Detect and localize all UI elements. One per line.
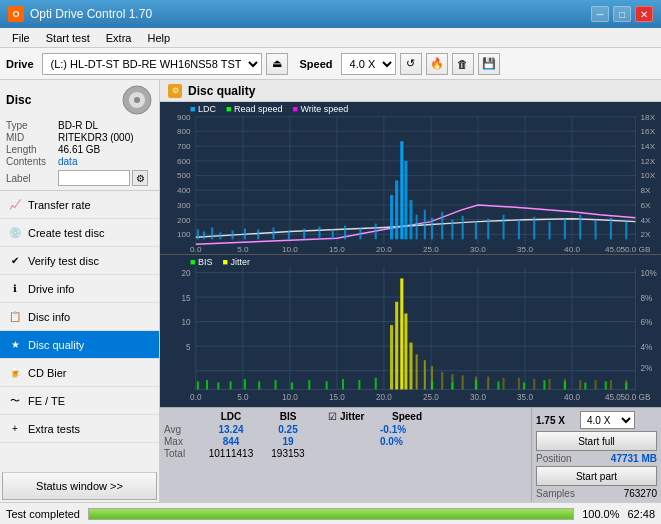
total-label: Total [164, 448, 200, 459]
svg-rect-141 [400, 278, 403, 389]
drive-info-icon: ℹ [8, 282, 22, 296]
sidebar-item-extra-tests-label: Extra tests [28, 423, 80, 435]
erase-button[interactable]: 🗑 [452, 53, 474, 75]
svg-text:10.0: 10.0 [282, 391, 298, 402]
bottom-chart-svg: 20 15 10 5 10% 8% 6% 4% 2% 0.0 5.0 10.0 … [160, 255, 661, 407]
disc-label-input[interactable] [58, 170, 130, 186]
disc-length-value: 46.61 GB [58, 144, 100, 155]
jitter-max: 0.0% [380, 436, 442, 447]
start-full-button[interactable]: Start full [536, 431, 657, 451]
sidebar-item-drive-info[interactable]: ℹ Drive info [0, 275, 159, 303]
speed-dropdown[interactable]: 4.0 X [580, 411, 635, 429]
sidebar-item-disc-info[interactable]: 📋 Disc info [0, 303, 159, 331]
write-speed-legend: ■ Write speed [292, 104, 348, 114]
jitter-header: Jitter [340, 411, 392, 422]
refresh-button[interactable]: ↺ [400, 53, 422, 75]
bis-legend: ■ BIS [190, 257, 212, 267]
menu-start-test[interactable]: Start test [38, 30, 98, 46]
svg-text:6X: 6X [641, 201, 652, 210]
toolbar: Drive (L:) HL-DT-ST BD-RE WH16NS58 TST4 … [0, 48, 661, 80]
svg-text:15.0: 15.0 [329, 391, 345, 402]
speed-label: Speed [300, 58, 333, 70]
main-area: Disc Type BD-R DL MID RITEKDR3 (000) Len… [0, 80, 661, 502]
sidebar-item-verify-test-disc[interactable]: ✔ Verify test disc [0, 247, 159, 275]
disc-quality-icon: ★ [8, 338, 22, 352]
svg-rect-87 [610, 218, 612, 240]
stats-table-left: LDC BIS ☑ Jitter Speed Avg 13.24 0.25 -0… [160, 408, 531, 502]
avg-label: Avg [164, 424, 200, 435]
svg-text:0.0: 0.0 [190, 245, 202, 254]
status-text: Test completed [6, 508, 80, 520]
svg-rect-68 [395, 180, 398, 239]
disc-mid-label: MID [6, 132, 58, 143]
speed-select[interactable]: 4.0 X [341, 53, 396, 75]
svg-rect-131 [258, 381, 260, 389]
drive-label: Drive [6, 58, 34, 70]
disc-contents-label: Contents [6, 156, 58, 167]
svg-rect-75 [441, 212, 443, 239]
close-button[interactable]: ✕ [635, 6, 653, 22]
create-test-disc-icon: 💿 [8, 226, 22, 240]
svg-rect-167 [564, 381, 566, 389]
menu-help[interactable]: Help [139, 30, 178, 46]
svg-rect-154 [533, 379, 535, 390]
minimize-button[interactable]: ─ [591, 6, 609, 22]
svg-text:25.0: 25.0 [423, 245, 439, 254]
svg-rect-161 [431, 381, 433, 389]
disc-type-label: Type [6, 120, 58, 131]
svg-rect-142 [404, 313, 407, 389]
sidebar-item-disc-quality-label: Disc quality [28, 339, 84, 351]
svg-rect-145 [424, 360, 426, 389]
max-label: Max [164, 436, 200, 447]
svg-rect-164 [497, 381, 499, 389]
sidebar-item-disc-quality[interactable]: ★ Disc quality [0, 331, 159, 359]
sidebar-item-cd-bier-label: CD Bier [28, 367, 67, 379]
svg-text:20.0: 20.0 [376, 245, 392, 254]
svg-text:30.0: 30.0 [470, 245, 486, 254]
status-time: 62:48 [627, 508, 655, 520]
svg-rect-159 [610, 380, 612, 389]
svg-text:500: 500 [177, 172, 191, 181]
svg-text:45.0: 45.0 [605, 391, 621, 402]
menu-file[interactable]: File [4, 30, 38, 46]
svg-rect-70 [404, 161, 407, 239]
ldc-max: 844 [200, 436, 262, 447]
svg-rect-57 [244, 229, 246, 240]
svg-text:10.0: 10.0 [282, 245, 298, 254]
transfer-rate-icon: 📈 [8, 198, 22, 212]
svg-text:50.0 GB: 50.0 GB [620, 245, 650, 254]
disc-label-label: Label [6, 173, 58, 184]
start-part-button[interactable]: Start part [536, 466, 657, 486]
sidebar-item-transfer-rate[interactable]: 📈 Transfer rate [0, 191, 159, 219]
disc-info-icon: 📋 [8, 310, 22, 324]
svg-rect-165 [523, 382, 525, 389]
maximize-button[interactable]: □ [613, 6, 631, 22]
status-window-button[interactable]: Status window >> [2, 472, 157, 500]
disc-quality-header-icon: ⚙ [168, 84, 182, 98]
svg-rect-69 [400, 141, 403, 239]
bis-total: 193153 [262, 448, 314, 459]
sidebar-item-extra-tests[interactable]: + Extra tests [0, 415, 159, 443]
svg-rect-88 [625, 222, 627, 240]
save-button[interactable]: 💾 [478, 53, 500, 75]
burn-button[interactable]: 🔥 [426, 53, 448, 75]
top-chart-svg: 900 800 700 600 500 400 300 200 100 18X … [160, 102, 661, 254]
charts-area: ■ LDC ■ Read speed ■ Write speed [160, 102, 661, 502]
jitter-avg: -0.1% [380, 424, 442, 435]
svg-text:4%: 4% [641, 341, 653, 352]
stats-table-right: 1.75 X 4.0 X Start full Position 47731 M… [531, 408, 661, 502]
sidebar-item-fe-te[interactable]: 〜 FE / TE [0, 387, 159, 415]
disc-label-button[interactable]: ⚙ [132, 170, 148, 186]
svg-text:2X: 2X [641, 230, 652, 239]
sidebar-item-cd-bier[interactable]: 🍺 CD Bier [0, 359, 159, 387]
svg-text:8X: 8X [641, 186, 652, 195]
menu-extra[interactable]: Extra [98, 30, 140, 46]
svg-rect-74 [431, 218, 433, 240]
svg-rect-61 [303, 229, 305, 240]
drive-select[interactable]: (L:) HL-DT-ST BD-RE WH16NS58 TST4 [42, 53, 262, 75]
content-area: ⚙ Disc quality ■ LDC ■ Read speed ■ Writ… [160, 80, 661, 502]
bis-max: 19 [262, 436, 314, 447]
sidebar-item-create-test-disc[interactable]: 💿 Create test disc [0, 219, 159, 247]
svg-rect-56 [232, 230, 234, 239]
eject-button[interactable]: ⏏ [266, 53, 288, 75]
